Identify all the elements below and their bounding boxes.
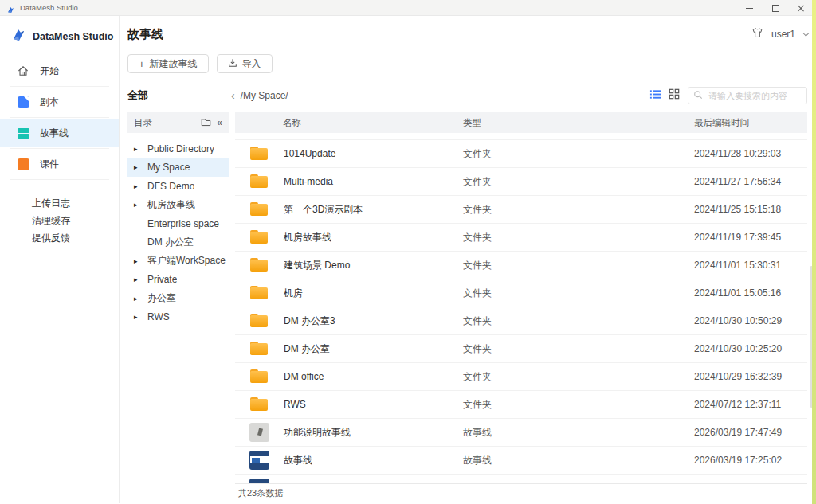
tree-item[interactable]: ▸ Private	[128, 271, 229, 290]
tree-item[interactable]: ▸ Public Directory	[128, 139, 229, 158]
folder-icon	[249, 144, 269, 163]
row-name: 故事线	[284, 454, 312, 467]
table-row[interactable]: 机房故事线 文件夹 2024/11/19 17:39:45	[235, 224, 807, 252]
tree-item-label: 机房故事线	[147, 198, 195, 212]
collapse-panel-icon[interactable]: «	[217, 117, 222, 128]
divider	[10, 117, 109, 118]
expand-arrow-icon[interactable]: ▸	[134, 201, 140, 209]
maximize-button[interactable]	[771, 4, 779, 12]
expand-arrow-icon[interactable]: ▸	[134, 163, 140, 171]
expand-arrow-icon[interactable]: ▸	[134, 295, 140, 303]
storyline-thumb-icon	[249, 479, 269, 483]
sidebar-nav-label: 开始	[40, 64, 59, 78]
table-row[interactable]: 第一个3D演示剧本 文件夹 2024/11/25 15:15:18	[235, 196, 807, 224]
storyline-icon	[17, 127, 29, 139]
folder-icon	[249, 200, 269, 219]
tab-all[interactable]: 全部	[128, 88, 231, 103]
home-icon	[17, 64, 29, 77]
row-type: 文件夹	[463, 398, 694, 412]
tree-item[interactable]: ▸ Enterprise space	[128, 214, 229, 233]
grid-view-icon[interactable]	[669, 88, 680, 103]
minimize-button[interactable]	[746, 4, 754, 12]
storyline-thumb-icon	[249, 451, 269, 470]
sidebar-nav-item[interactable]: 开始	[0, 57, 119, 84]
new-storyline-button[interactable]: + 新建故事线	[128, 54, 209, 73]
sidebar-nav-item[interactable]: 课件	[0, 150, 119, 178]
expand-arrow-icon[interactable]: ▸	[134, 182, 140, 190]
row-name: 第一个3D演示剧本	[284, 203, 363, 217]
tree-item[interactable]: ▸ DFS Demo	[128, 177, 229, 196]
expand-arrow-icon[interactable]: ▸	[134, 145, 140, 153]
table-row[interactable]: 建筑场景 Demo 文件夹 2024/11/01 15:30:31	[235, 252, 807, 279]
tree-item-label: Private	[147, 274, 177, 285]
folder-icon	[249, 395, 269, 414]
table-row[interactable]: DM office 2 文件夹 2024/12/04 17:42:56	[235, 133, 807, 140]
folder-icon	[249, 283, 269, 303]
tree-item[interactable]: ▸ DM 办公室	[128, 233, 229, 252]
sidebar-nav-label: 课件	[40, 158, 59, 171]
import-label: 导入	[242, 57, 261, 71]
sidebar-nav-item[interactable]: 剧本	[0, 88, 119, 115]
sidebar-nav-item[interactable]: 故事线	[0, 119, 119, 147]
row-name: DM office	[284, 371, 324, 382]
tree-item[interactable]: ▸ My Space	[128, 158, 229, 178]
tree-item[interactable]: ▸ 客户端WorkSpace	[128, 252, 229, 271]
user-menu[interactable]: user1	[751, 26, 807, 43]
chevron-down-icon	[802, 29, 809, 36]
table-header: 名称 类型 最后编辑时间	[235, 112, 807, 133]
folder-icon	[249, 256, 269, 275]
new-storyline-label: 新建故事线	[150, 57, 198, 71]
breadcrumb-path[interactable]: /My Space/	[241, 90, 288, 101]
username[interactable]: user1	[771, 29, 795, 40]
table-row[interactable]: DM office 文件夹 2024/10/29 16:32:39	[235, 363, 807, 391]
expand-arrow-icon[interactable]: ▸	[134, 313, 140, 321]
tree-item[interactable]: ▸ RWS	[128, 308, 229, 327]
table-row[interactable]: 1014Update 文件夹 2024/11/28 10:29:03	[235, 140, 807, 168]
row-time: 2024/11/01 15:05:16	[694, 287, 807, 299]
back-icon[interactable]: ‹	[231, 90, 235, 101]
row-time: 2024/10/30 10:50:29	[694, 315, 807, 326]
brand: DataMesh Studio	[0, 21, 119, 57]
list-view-icon[interactable]	[649, 88, 661, 104]
main-area: 故事线 user1 + 新建故事线 导入 全部	[120, 16, 816, 503]
table-row[interactable]: RWS 文件夹 2024/07/12 12:37:11	[235, 391, 807, 419]
window-controls	[746, 0, 805, 16]
sidebar-nav-label: 剧本	[40, 96, 59, 109]
table-row[interactable]: DM 办公室 文件夹 2024/10/30 10:25:20	[235, 335, 807, 363]
table-row[interactable]: Multi-media 文件夹 2024/11/27 17:56:34	[235, 168, 807, 196]
app-logo-icon	[6, 3, 15, 12]
row-type: 文件夹	[463, 259, 694, 272]
new-folder-icon[interactable]	[201, 117, 211, 129]
row-name: Multi-media	[284, 176, 333, 187]
row-time: 2024/11/28 10:29:03	[694, 148, 807, 159]
table-row[interactable]: 测试故事线导出 故事线 2025/11/26 15:35:57	[235, 475, 807, 483]
folder-icon	[249, 133, 269, 135]
folder-icon	[249, 311, 269, 330]
table-row[interactable]: 功能说明故事线 故事线 2026/03/19 17:47:49	[235, 419, 807, 447]
tree-item[interactable]: ▸ 机房故事线	[128, 196, 229, 215]
row-type: 文件夹	[463, 147, 694, 161]
column-type: 类型	[463, 117, 694, 129]
expand-arrow-icon[interactable]: ▸	[134, 257, 140, 265]
expand-arrow-icon[interactable]: ▸	[134, 275, 140, 283]
sidebar-link[interactable]: 清理缓存	[32, 212, 119, 229]
table-row[interactable]: 机房 文件夹 2024/11/01 15:05:16	[235, 279, 807, 307]
table-row[interactable]: 故事线 故事线 2026/03/19 17:25:02	[235, 447, 807, 475]
table-row[interactable]: DM 办公室3 文件夹 2024/10/30 10:50:29	[235, 307, 807, 335]
sidebar-link[interactable]: 提供反馈	[32, 229, 119, 247]
row-type: 文件夹	[463, 287, 694, 300]
courseware-icon	[17, 158, 29, 170]
row-name: 1014Update	[284, 148, 335, 159]
row-type: 故事线	[463, 426, 694, 440]
import-button[interactable]: 导入	[217, 54, 273, 73]
tshirt-icon[interactable]	[751, 26, 764, 43]
close-button[interactable]	[797, 4, 805, 12]
divider	[10, 86, 109, 87]
row-time: 2024/10/29 16:32:39	[694, 371, 807, 382]
search-input[interactable]	[707, 90, 802, 101]
file-table: 名称 类型 最后编辑时间	[235, 112, 807, 502]
row-time: 2024/10/30 10:25:20	[694, 343, 807, 354]
sidebar-link[interactable]: 上传日志	[32, 194, 119, 212]
tree-item[interactable]: ▸ 办公室	[128, 289, 229, 308]
tree-item-label: Public Directory	[147, 143, 214, 154]
